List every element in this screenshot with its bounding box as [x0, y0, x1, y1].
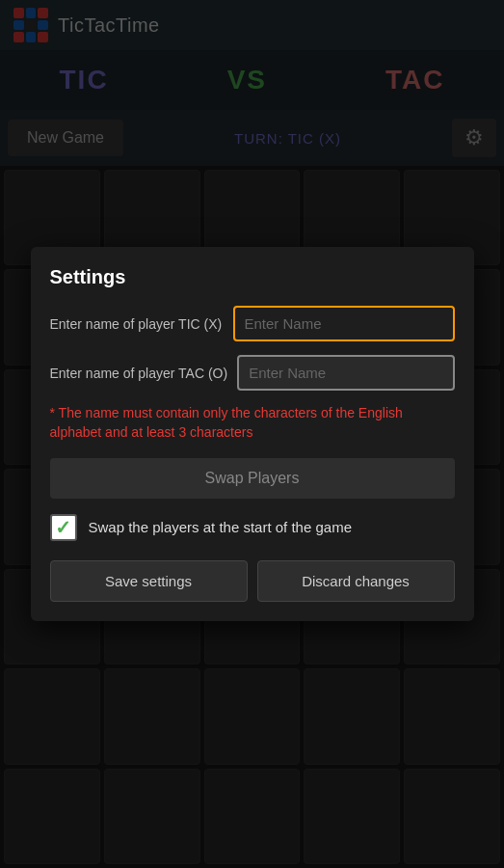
- discard-changes-button[interactable]: Discard changes: [257, 560, 455, 602]
- tac-name-label: Enter name of player TAC (O): [50, 366, 228, 381]
- save-settings-button[interactable]: Save settings: [50, 560, 248, 602]
- validation-message: * The name must contain only the charact…: [50, 404, 455, 442]
- checkmark-icon: ✓: [55, 518, 71, 537]
- settings-dialog: Settings Enter name of player TIC (X) En…: [31, 247, 474, 620]
- tac-name-input[interactable]: [237, 355, 454, 391]
- tic-name-row: Enter name of player TIC (X): [50, 306, 455, 341]
- dialog-button-row: Save settings Discard changes: [50, 560, 455, 602]
- modal-overlay: Settings Enter name of player TIC (X) En…: [0, 0, 504, 868]
- swap-players-button[interactable]: Swap Players: [50, 458, 455, 499]
- tac-name-row: Enter name of player TAC (O): [50, 355, 455, 391]
- dialog-title: Settings: [50, 266, 455, 288]
- swap-start-checkbox[interactable]: ✓: [50, 514, 77, 541]
- tic-name-label: Enter name of player TIC (X): [50, 316, 224, 332]
- swap-start-row: ✓ Swap the players at the start of the g…: [50, 514, 455, 541]
- swap-start-label: Swap the players at the start of the gam…: [89, 519, 353, 535]
- tic-name-input[interactable]: [233, 306, 455, 341]
